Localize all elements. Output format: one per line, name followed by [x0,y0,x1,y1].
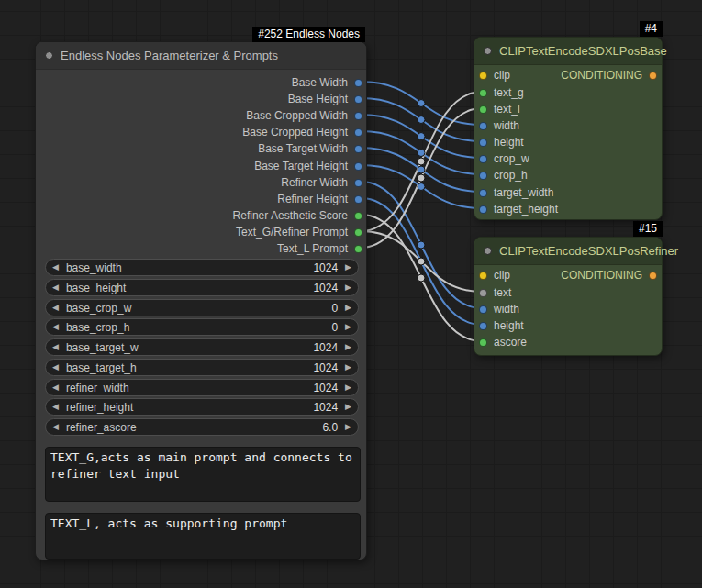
input-slot-dot[interactable] [479,139,487,147]
widget-base-target-w[interactable]: ◀ base_target_w 1024 ▶ [45,338,359,356]
decrement-arrow-icon[interactable]: ◀ [52,323,59,331]
node-header[interactable]: CLIPTextEncodeSDXLPosRefiner [474,238,662,265]
node-id-badge-base: #4 [640,21,663,37]
text-g-prompt-textarea[interactable]: TEXT_G,acts as main prompt and connects … [45,447,361,502]
text-l-prompt-textarea[interactable]: TEXT_L, acts as supporting prompt [45,513,361,560]
link-midpoint-dot [418,274,425,282]
link-midpoint-dot [418,133,425,140]
output-slot-dot[interactable] [354,212,362,220]
input-slot-dot[interactable] [479,105,487,114]
input-slot-dot[interactable] [479,205,487,214]
output-slot-label: Base Target Height [254,160,348,172]
input-slot-width: width [479,118,519,133]
output-slot-dot[interactable] [354,145,362,153]
input-slot-dot[interactable] [479,122,487,130]
decrement-arrow-icon[interactable]: ◀ [52,383,59,392]
input-slot-label: text_l [494,103,520,116]
widget-value: 1024 [313,401,338,414]
node-header[interactable]: Endless Nodes Parameterizer & Prompts [36,42,366,70]
output-slot-dot[interactable] [354,95,362,104]
output-slot-text-l-prompt: Text_L Prompt [277,241,362,256]
input-slot-label: height [494,319,524,332]
output-slot-dot[interactable] [649,72,657,80]
output-slot-dot[interactable] [354,228,362,237]
decrement-arrow-icon[interactable]: ◀ [52,363,59,372]
output-slot-refiner-aesthetic-score: Refiner Aesthetic Score [233,208,362,223]
widget-base-width[interactable]: ◀ base_width 1024 ▶ [45,259,359,276]
node-clip-text-encode-sdxl-pos-base[interactable]: CLIPTextEncodeSDXLPosBase CONDITIONING c… [474,37,663,220]
input-slot-dot[interactable] [479,305,487,314]
input-slot-label: height [494,136,524,149]
input-slot-dot[interactable] [479,72,487,80]
output-slot-label: Text_L Prompt [277,242,348,255]
node-clip-text-encode-sdxl-pos-refiner[interactable]: CLIPTextEncodeSDXLPosRefiner CONDITIONIN… [474,237,663,356]
link-midpoint-dot [418,174,425,182]
output-slot-dot[interactable] [354,128,362,137]
output-slot-dot[interactable] [354,179,362,187]
input-slot-label: text [494,286,511,299]
widget-name: refiner_width [66,382,129,394]
increment-arrow-icon[interactable]: ▶ [345,363,351,372]
input-slot-dot[interactable] [479,155,487,163]
input-slot-dot[interactable] [479,322,487,330]
widget-value: 1024 [313,341,338,354]
decrement-arrow-icon[interactable]: ◀ [52,263,59,272]
increment-arrow-icon[interactable]: ▶ [345,304,351,312]
widget-refiner-ascore[interactable]: ◀ refiner_ascore 6.0 ▶ [45,418,359,436]
widget-base-crop-h[interactable]: ◀ base_crop_h 0 ▶ [45,318,359,336]
decrement-arrow-icon[interactable]: ◀ [52,343,59,351]
widget-name: base_target_w [66,341,139,354]
input-slot-dot[interactable] [479,272,487,280]
widget-name: refiner_height [66,401,133,414]
widget-refiner-height[interactable]: ◀ refiner_height 1024 ▶ [45,398,359,416]
widget-base-crop-w[interactable]: ◀ base_crop_w 0 ▶ [45,299,359,316]
decrement-arrow-icon[interactable]: ◀ [52,403,59,411]
output-slot-dot[interactable] [649,272,657,280]
widget-value: 0 [331,302,338,315]
input-slot-dot[interactable] [479,89,487,97]
collapse-dot-icon[interactable] [45,51,53,60]
increment-arrow-icon[interactable]: ▶ [345,383,351,392]
increment-arrow-icon[interactable]: ▶ [345,403,351,411]
widget-refiner-width[interactable]: ◀ refiner_width 1024 ▶ [45,379,359,396]
input-slot-label: text_g [494,86,524,99]
output-slot-dot[interactable] [354,195,362,204]
output-slot-dot[interactable] [354,112,362,120]
input-slot-dot[interactable] [479,189,487,197]
increment-arrow-icon[interactable]: ▶ [345,423,351,431]
increment-arrow-icon[interactable]: ▶ [345,323,351,331]
output-slot-text-g-refiner-prompt: Text_G/Refiner Prompt [236,225,362,239]
link-midpoint-dot [418,116,425,124]
link-midpoint-dot [418,166,425,173]
collapse-dot-icon[interactable] [484,247,492,255]
widget-name: base_crop_h [66,321,129,334]
output-slot-refiner-height: Refiner Height [277,192,362,206]
input-slot-height: height [479,318,524,333]
decrement-arrow-icon[interactable]: ◀ [52,283,59,292]
widget-base-height[interactable]: ◀ base_height 1024 ▶ [45,279,359,296]
output-slot-label: Base Width [292,76,348,89]
input-slot-dot[interactable] [479,338,487,347]
increment-arrow-icon[interactable]: ▶ [345,263,351,272]
input-slot-target-width: target_width [479,185,553,200]
decrement-arrow-icon[interactable]: ◀ [52,423,59,431]
widget-name: refiner_ascore [66,421,137,434]
widget-base-target-h[interactable]: ◀ base_target_h 1024 ▶ [45,359,359,376]
node-header[interactable]: CLIPTextEncodeSDXLPosBase [474,38,662,65]
node-graph-canvas[interactable]: #252 Endless Nodes #4 #15 Endless Nodes … [0,0,702,588]
output-slot-dot[interactable] [354,245,362,253]
collapse-dot-icon[interactable] [484,47,492,55]
node-id-badge-param: #252 Endless Nodes [252,27,365,42]
input-slot-dot[interactable] [479,289,487,297]
input-slot-dot[interactable] [479,172,487,180]
increment-arrow-icon[interactable]: ▶ [345,343,351,351]
output-slot-dot[interactable] [354,162,362,171]
input-slot-text-l: text_l [479,102,520,116]
node-endless-parameterizer[interactable]: Endless Nodes Parameterizer & Prompts Ba… [35,41,367,560]
output-slot-conditioning: CONDITIONING [561,268,657,283]
output-slot-dot[interactable] [354,79,362,87]
increment-arrow-icon[interactable]: ▶ [345,283,351,292]
output-slot-label: Base Target Width [258,142,348,155]
output-slot-base-cropped-height: Base Cropped Height [242,125,362,139]
decrement-arrow-icon[interactable]: ◀ [52,304,59,312]
